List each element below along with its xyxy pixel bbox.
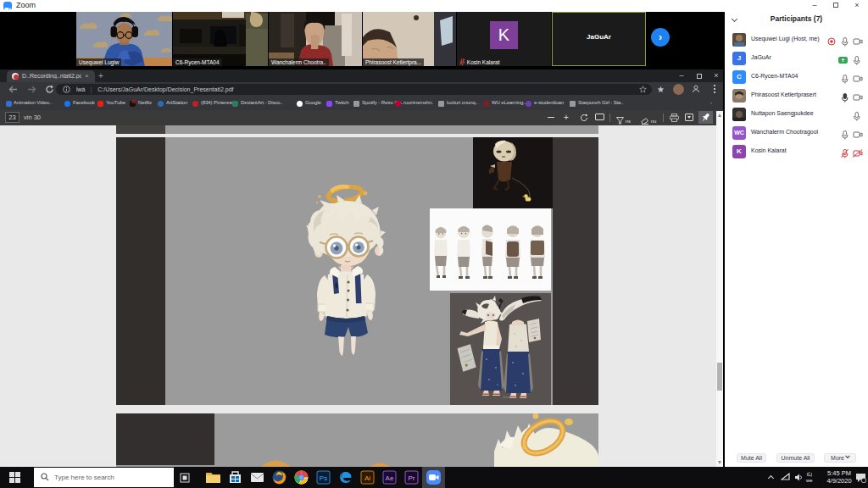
svg-text:@anini act: @anini act (503, 396, 517, 399)
svg-text:Pr: Pr (409, 474, 415, 482)
svg-text:Ps: Ps (320, 474, 327, 482)
svg-text:Ae: Ae (386, 474, 394, 482)
svg-text:Ai: Ai (364, 474, 370, 482)
